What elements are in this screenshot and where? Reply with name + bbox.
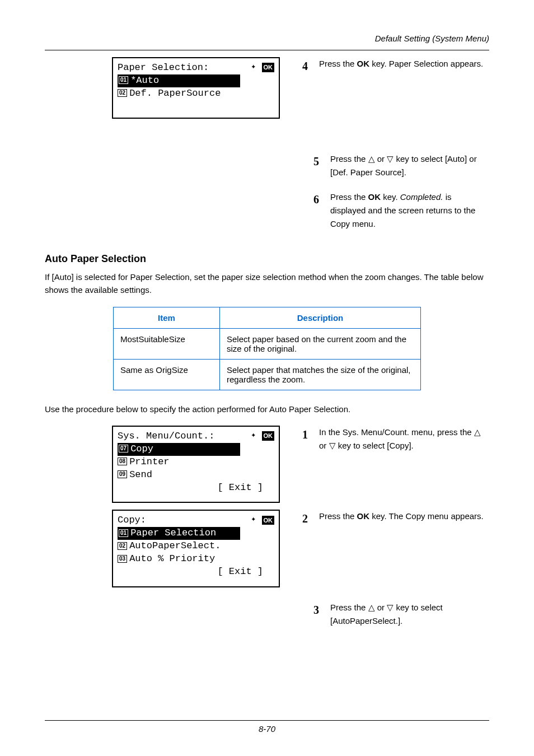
lcd-paper-selection: Paper Selection: ✦ OK 01*Auto 02Def. Pap… xyxy=(112,57,280,119)
step-2-body: Press the OK key. The Copy menu appears. xyxy=(319,510,489,528)
lcd3-row2-num: 02 xyxy=(118,542,127,550)
lcd1-row2-num: 02 xyxy=(118,89,127,97)
s2-key: OK xyxy=(357,511,370,521)
step4-post: key. Paper Selection appears. xyxy=(369,59,483,68)
lcd1-title: Paper Selection: xyxy=(118,62,209,74)
s6-pre: Press the xyxy=(330,192,368,202)
lcd3-row1-text: Paper Selection xyxy=(130,528,216,538)
step-1-body: In the Sys. Menu/Count. menu, press the … xyxy=(319,426,489,452)
r2c2: Select paper that matches the size of th… xyxy=(220,359,421,390)
lcd3-title: Copy: xyxy=(118,514,146,527)
lcd1-row2-text: Def. PaperSource xyxy=(129,88,221,99)
lcd1-row1-num: 01 xyxy=(119,76,128,84)
step-3-num: 3 xyxy=(313,601,330,628)
step-4-num: 4 xyxy=(302,57,319,75)
s5-or: or xyxy=(375,154,387,164)
s5-pre: Press the xyxy=(330,154,368,164)
lcd2-exit: [ Exit ] xyxy=(118,482,274,494)
step4-pre: Press the xyxy=(319,59,357,68)
r1c1: MostSuitableSize xyxy=(114,328,220,359)
step-5-body: Press the △ or ▽ key to select [Auto] or… xyxy=(330,152,489,179)
lcd2-row3-num: 09 xyxy=(118,470,127,478)
lcd3-exit: [ Exit ] xyxy=(118,566,274,578)
triangle-down-icon: ▽ xyxy=(329,441,336,450)
auto-paper-selection-intro: If [Auto] is selected for Paper Selectio… xyxy=(45,270,489,297)
step-4-body: Press the OK key. Paper Selection appear… xyxy=(319,57,489,75)
s1-pre: In the Sys. Menu/Count. menu, press the xyxy=(319,427,474,437)
paper-selection-table: Item Description MostSuitableSize Select… xyxy=(113,307,421,390)
ok-icon: OK xyxy=(262,516,275,525)
procedure-intro: Use the procedure below to specify the a… xyxy=(45,403,489,416)
triangle-down-icon: ▽ xyxy=(387,154,394,164)
lcd2-row1-num: 07 xyxy=(119,445,128,452)
s3-pre: Press the xyxy=(330,603,368,612)
s1-or: or xyxy=(319,441,329,450)
s2-pre: Press the xyxy=(319,511,357,521)
lcd-sys-menu: Sys. Menu/Count.: ✦ OK 07Copy 08Printer … xyxy=(112,426,280,503)
s6-key: OK xyxy=(368,192,381,202)
lcd2-title: Sys. Menu/Count.: xyxy=(118,430,214,443)
s6-mid: key. xyxy=(381,192,400,202)
table-row: Same as OrigSize Select paper that match… xyxy=(114,359,421,390)
page-footer: 8-70 xyxy=(45,720,489,734)
step-6-num: 6 xyxy=(313,190,330,231)
page-runhead: Default Setting (System Menu) xyxy=(45,34,489,43)
lcd3-row3-num: 03 xyxy=(118,555,127,563)
s2-post: key. The Copy menu appears. xyxy=(369,511,484,521)
auto-paper-selection-heading: Auto Paper Selection xyxy=(45,253,489,265)
header-rule xyxy=(45,50,489,50)
triangle-up-icon: △ xyxy=(368,154,375,164)
nav-diamond-icon: ✦ xyxy=(251,431,256,440)
s6-ital: Completed. xyxy=(400,192,443,202)
step4-key: OK xyxy=(357,59,370,68)
lcd-copy-menu: Copy: ✦ OK 01Paper Selection 02AutoPaper… xyxy=(112,510,280,587)
table-row: MostSuitableSize Select paper based on t… xyxy=(114,328,421,359)
lcd3-row1-num: 01 xyxy=(119,529,128,537)
lcd2-row2-text: Printer xyxy=(129,456,169,467)
step-3-body: Press the △ or ▽ key to select [AutoPape… xyxy=(330,601,489,628)
s1-post: key to select [Copy]. xyxy=(336,441,414,450)
nav-diamond-icon: ✦ xyxy=(251,515,256,525)
lcd2-row2-num: 08 xyxy=(118,458,127,465)
step-2-num: 2 xyxy=(302,510,319,528)
step-6-body: Press the OK key. Completed. is displaye… xyxy=(330,190,489,231)
lcd3-row2-text: AutoPaperSelect. xyxy=(129,540,221,551)
page-number: 8-70 xyxy=(259,724,275,734)
ok-icon: OK xyxy=(262,63,275,72)
r2c1: Same as OrigSize xyxy=(114,359,220,390)
step-1-num: 1 xyxy=(302,426,319,452)
th-item: Item xyxy=(114,307,220,328)
ok-icon: OK xyxy=(262,431,275,441)
step-5-num: 5 xyxy=(313,152,330,179)
triangle-down-icon: ▽ xyxy=(387,603,394,612)
nav-diamond-icon: ✦ xyxy=(251,62,256,72)
s3-or: or xyxy=(375,603,387,612)
r1c2: Select paper based on the current zoom a… xyxy=(220,328,421,359)
lcd2-row1-text: Copy xyxy=(130,444,153,454)
lcd3-row3-text: Auto % Priority xyxy=(129,553,215,564)
th-description: Description xyxy=(220,307,421,328)
lcd1-row1-text: *Auto xyxy=(130,75,159,86)
lcd2-row3-text: Send xyxy=(129,469,152,480)
triangle-up-icon: △ xyxy=(368,603,375,612)
triangle-up-icon: △ xyxy=(474,427,481,437)
